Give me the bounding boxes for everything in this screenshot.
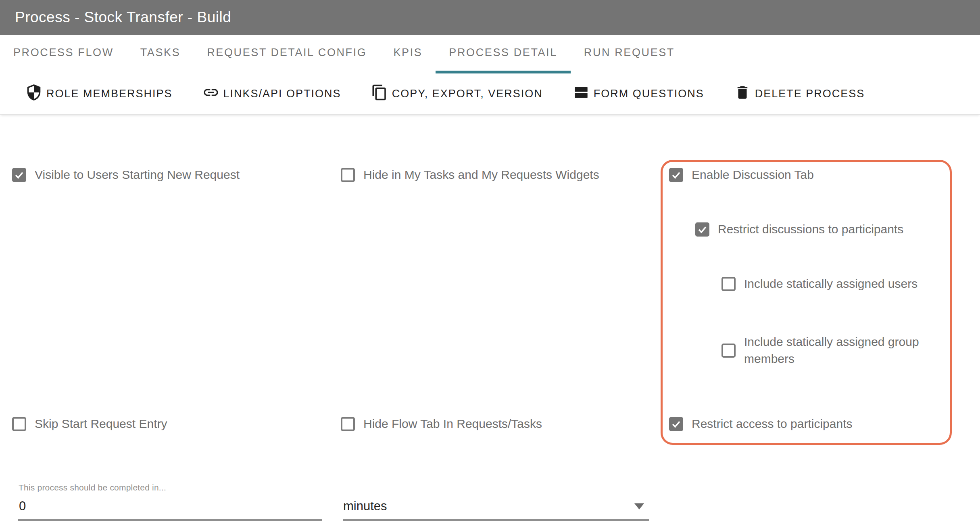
checkbox-box: [12, 417, 26, 431]
completion-time-label: This process should be completed in...: [19, 483, 166, 492]
checkbox-enable-discussion[interactable]: Enable Discussion Tab: [669, 166, 814, 183]
copy-icon: [371, 84, 388, 104]
checkbox-restrict-access[interactable]: Restrict access to participants: [669, 415, 852, 432]
app-header: Process - Stock Transfer - Build: [0, 0, 980, 35]
form-rows-icon: [573, 84, 590, 104]
trash-icon: [734, 84, 751, 104]
discussion-settings-highlight-outline: [661, 160, 952, 445]
checkbox-box: [669, 168, 683, 182]
checkbox-label: Visible to Users Starting New Request: [35, 166, 240, 183]
process-detail-page: Process - Stock Transfer - Build PROCESS…: [0, 0, 980, 528]
page-title: Process - Stock Transfer - Build: [15, 9, 231, 26]
checkbox-include-static-group-members[interactable]: Include statically assigned group member…: [721, 333, 946, 367]
checkbox-box: [721, 344, 736, 358]
chevron-down-icon: [634, 503, 644, 509]
tab-tasks[interactable]: TASKS: [127, 35, 194, 73]
checkbox-label: Include statically assigned users: [744, 275, 917, 292]
checkbox-include-static-users[interactable]: Include statically assigned users: [721, 275, 917, 292]
tab-process-flow[interactable]: PROCESS FLOW: [0, 35, 127, 73]
checkbox-label: Hide Flow Tab In Requests/Tasks: [363, 415, 542, 432]
completion-unit-value: minutes: [343, 499, 387, 513]
checkbox-label: Hide in My Tasks and My Requests Widgets: [363, 166, 599, 183]
checkbox-box: [341, 168, 355, 182]
tab-process-detail[interactable]: PROCESS DETAIL: [436, 35, 570, 73]
checkbox-label: Restrict access to participants: [692, 415, 852, 432]
checkbox-label: Skip Start Request Entry: [35, 415, 167, 432]
checkbox-hide-flow-tab[interactable]: Hide Flow Tab In Requests/Tasks: [341, 415, 542, 432]
completion-unit-select[interactable]: minutes: [343, 497, 649, 521]
checkbox-box: [12, 168, 26, 182]
checkbox-skip-start-request[interactable]: Skip Start Request Entry: [12, 415, 167, 432]
link-icon: [202, 84, 219, 104]
delete-process-label: DELETE PROCESS: [755, 88, 865, 100]
form-questions-label: FORM QUESTIONS: [594, 88, 704, 100]
copy-export-version-button[interactable]: COPY, EXPORT, VERSION: [371, 84, 543, 104]
checkbox-box: [669, 417, 683, 431]
role-memberships-button[interactable]: ROLE MEMBERSHIPS: [25, 84, 173, 104]
checkbox-visible-to-users[interactable]: Visible to Users Starting New Request: [12, 166, 240, 183]
delete-process-button[interactable]: DELETE PROCESS: [734, 84, 865, 104]
checkbox-box: [341, 417, 355, 431]
checkbox-restrict-discussions[interactable]: Restrict discussions to participants: [695, 221, 903, 238]
checkbox-label: Enable Discussion Tab: [692, 166, 814, 183]
shield-icon: [25, 84, 42, 104]
checkbox-label: Include statically assigned group member…: [744, 333, 946, 367]
process-actions-toolbar: ROLE MEMBERSHIPS LINKS/API OPTIONS COPY,…: [0, 73, 980, 115]
tab-request-detail-config[interactable]: REQUEST DETAIL CONFIG: [194, 35, 380, 73]
checkbox-box: [695, 222, 709, 237]
tab-kpis[interactable]: KPIS: [380, 35, 436, 73]
checkbox-label: Restrict discussions to participants: [718, 221, 903, 238]
tab-run-request[interactable]: RUN REQUEST: [571, 35, 688, 73]
role-memberships-label: ROLE MEMBERSHIPS: [46, 88, 173, 100]
copy-export-version-label: COPY, EXPORT, VERSION: [392, 88, 543, 100]
checkbox-hide-widgets[interactable]: Hide in My Tasks and My Requests Widgets: [341, 166, 599, 183]
checkbox-box: [721, 277, 736, 291]
tab-bar: PROCESS FLOW TASKS REQUEST DETAIL CONFIG…: [0, 35, 980, 73]
links-api-options-label: LINKS/API OPTIONS: [223, 88, 341, 100]
form-questions-button[interactable]: FORM QUESTIONS: [573, 84, 704, 104]
links-api-options-button[interactable]: LINKS/API OPTIONS: [202, 84, 341, 104]
completion-duration-input[interactable]: [18, 497, 322, 521]
